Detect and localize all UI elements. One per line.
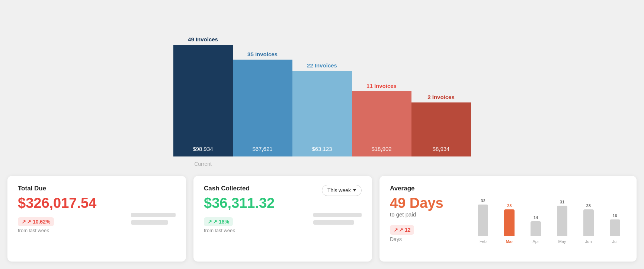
bar-current: 49 Invoices $98,934 Current <box>173 36 233 156</box>
average-badge-row: ↗ ↗ 12 <box>390 225 464 235</box>
bar3-rect: $63,123 <box>292 71 352 156</box>
total-due-title: Total Due <box>18 185 176 192</box>
bar1-label: 49 Invoices <box>188 36 218 42</box>
this-week-label: This week <box>327 187 351 193</box>
cash-collected-card: Cash Collected This week $36,311.32 ↗ ↗ … <box>193 176 372 262</box>
mini-bar-may-rect <box>557 206 567 236</box>
skeleton-line-2 <box>131 220 168 225</box>
total-due-amount: $326,017.54 <box>18 195 176 211</box>
cash-collected-pct: ↗ 18% <box>213 219 229 225</box>
bar5-label: 2 Invoices <box>427 94 455 100</box>
average-subtitle: to get paid <box>390 211 464 218</box>
bar3-amount: $63,123 <box>312 146 332 152</box>
mini-bar-mar-val: 28 <box>507 203 512 208</box>
total-due-card: Total Due $326,017.54 ↗ ↗ 10.62% from la… <box>7 176 186 262</box>
cash-collected-amount: $36,311.32 <box>204 195 362 211</box>
mini-bar-may-label: May <box>558 239 566 244</box>
mini-bar-apr-label: Apr <box>533 239 539 244</box>
bar2-label: 35 Invoices <box>247 51 278 57</box>
mini-bar-jul: 16 Jul <box>603 213 626 244</box>
bar-5: 2 Invoices $8,934 <box>411 94 471 156</box>
cash-collected-skeleton <box>313 213 362 225</box>
mini-bar-apr-rect <box>531 221 541 236</box>
bar1-amount: $98,934 <box>193 146 213 152</box>
this-week-dropdown[interactable]: This week <box>322 185 362 196</box>
mini-bar-feb: 32 Feb <box>472 199 494 244</box>
arrow-up-green-icon: ↗ <box>208 219 212 225</box>
skeleton-line-4 <box>313 220 354 225</box>
mini-bar-jul-label: Jul <box>612 239 618 244</box>
bar2-amount: $67,621 <box>252 146 272 152</box>
average-days: 49 Days <box>390 195 464 211</box>
mini-bar-mar-label: Mar <box>506 239 513 244</box>
arrow-up-icon: ↗ <box>22 219 26 225</box>
mini-bars-container: 32 Feb 28 Mar 14 Apr <box>472 200 626 253</box>
dashboard-container: 49 Invoices $98,934 Current 35 Invoices … <box>0 0 644 269</box>
mini-bar-jun-label: Jun <box>585 239 592 244</box>
bar4-label: 11 Invoices <box>366 83 397 89</box>
cards-row: Total Due $326,017.54 ↗ ↗ 10.62% from la… <box>7 176 637 262</box>
mini-bar-apr-val: 14 <box>534 215 538 220</box>
average-badge: ↗ ↗ 12 <box>390 225 414 235</box>
mini-bar-feb-rect <box>478 205 488 236</box>
chevron-down-icon <box>353 189 356 192</box>
total-due-from: from last week <box>18 228 176 233</box>
skeleton-line-3 <box>313 213 362 217</box>
mini-bar-feb-label: Feb <box>480 239 487 244</box>
mini-bar-jul-val: 16 <box>612 213 617 218</box>
bar4-rect: $18,902 <box>352 91 411 156</box>
bar1-rect: $98,934 Current <box>173 45 233 156</box>
total-due-badge: ↗ ↗ 10.62% <box>18 217 54 226</box>
bar1-sublabel: Current <box>194 161 212 167</box>
total-due-skeleton <box>131 213 176 225</box>
bar5-rect: $8,934 <box>411 102 471 156</box>
bar2-rect: $67,621 <box>233 60 292 156</box>
bar3-label: 22 Invoices <box>307 62 337 69</box>
cash-collected-from: from last week <box>204 228 362 233</box>
mini-bar-jun: 28 Jun <box>577 203 600 244</box>
average-days-label: Days <box>390 236 464 242</box>
bar-3: 22 Invoices $63,123 <box>292 62 352 156</box>
bar-chart: 49 Invoices $98,934 Current 35 Invoices … <box>74 0 570 156</box>
mini-bar-may-val: 31 <box>560 200 564 204</box>
skeleton-line-1 <box>131 213 176 217</box>
bar5-amount: $8,934 <box>433 146 450 152</box>
bar-4: 11 Invoices $18,902 <box>352 83 411 156</box>
bar4-amount: $18,902 <box>371 146 391 152</box>
average-badge-val: ↗ 12 <box>399 227 410 233</box>
average-left: Average 49 Days to get paid ↗ ↗ 12 Days <box>390 185 464 253</box>
arrow-up-orange-icon: ↗ <box>394 227 398 233</box>
mini-bar-jul-rect <box>610 219 620 236</box>
mini-bar-mar-rect <box>504 209 515 236</box>
cash-collected-badge: ↗ ↗ 18% <box>204 217 233 226</box>
mini-bar-mar: 28 Mar <box>498 203 521 244</box>
mini-chart: 32 Feb 28 Mar 14 Apr <box>472 185 626 253</box>
mini-bar-jun-val: 28 <box>586 203 591 208</box>
mini-bar-apr: 14 Apr <box>525 215 547 244</box>
average-title: Average <box>390 185 464 192</box>
total-due-pct: ↗ 10.62% <box>27 219 50 225</box>
mini-bar-feb-val: 32 <box>481 199 485 203</box>
average-card: Average 49 Days to get paid ↗ ↗ 12 Days … <box>379 176 637 262</box>
bar-2: 35 Invoices $67,621 <box>233 51 292 156</box>
mini-bar-may: 31 May <box>551 200 573 244</box>
mini-bar-jun-rect <box>583 209 594 236</box>
